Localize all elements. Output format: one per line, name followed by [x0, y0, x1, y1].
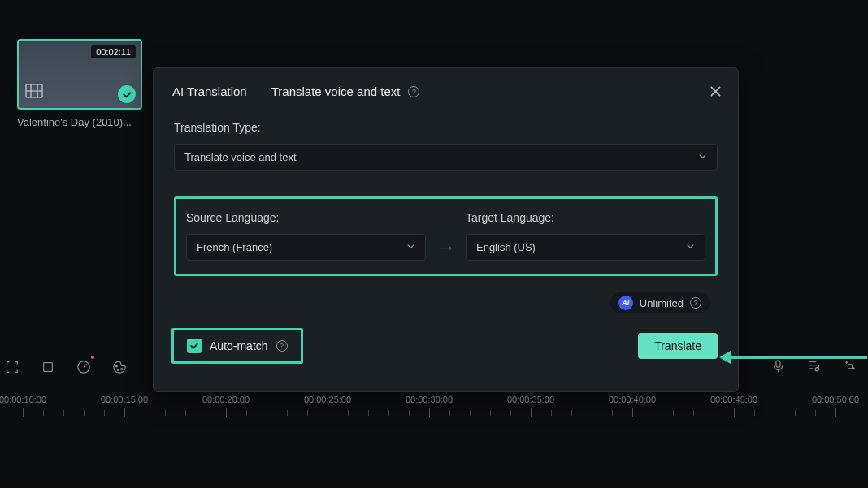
- automatch-label: Auto-match: [210, 339, 268, 352]
- svg-rect-9: [776, 361, 780, 368]
- svg-point-6: [116, 365, 118, 367]
- ruler-label: 00:00:15:00: [101, 395, 148, 404]
- ruler-label: 00:00:10:00: [0, 395, 46, 404]
- palette-icon[interactable]: [111, 359, 128, 375]
- mic-icon[interactable]: [771, 359, 785, 376]
- target-language-value: English (US): [476, 241, 536, 253]
- close-button[interactable]: [710, 85, 722, 97]
- source-language-label: Source Language:: [186, 211, 426, 224]
- ruler-label: 00:00:20:00: [202, 395, 250, 404]
- credits-text: Unlimited: [640, 297, 684, 309]
- source-language-value: French (France): [197, 241, 272, 253]
- svg-point-8: [121, 369, 123, 370]
- ai-translation-modal: AI Translation——Translate voice and text…: [153, 67, 739, 392]
- help-icon[interactable]: ?: [276, 340, 288, 352]
- automatch-checkbox[interactable]: [187, 339, 202, 353]
- ruler-label: 00:00:35:00: [507, 395, 554, 404]
- help-icon[interactable]: ?: [408, 86, 419, 97]
- chevron-down-icon: [406, 241, 415, 253]
- speed-icon[interactable]: [76, 359, 92, 375]
- automatch-highlight: Auto-match ?: [171, 328, 303, 364]
- square-icon[interactable]: [40, 359, 56, 375]
- crop-icon[interactable]: [4, 359, 20, 375]
- ruler-label: 00:00:40:00: [609, 395, 656, 404]
- timeline-toolbar-left: [0, 359, 128, 375]
- ruler-label: 00:00:45:00: [710, 395, 757, 404]
- ruler-label: 00:00:30:00: [406, 395, 453, 404]
- clip-title: Valentine's Day (2010)...: [17, 116, 155, 128]
- help-icon[interactable]: ?: [690, 297, 701, 309]
- target-language-label: Target Language:: [466, 211, 705, 224]
- effects-icon[interactable]: [842, 359, 858, 376]
- source-language-select[interactable]: French (France): [186, 234, 426, 261]
- timeline-ruler[interactable]: 00:00:10:0000:00:15:0000:00:20:0000:00:2…: [0, 395, 868, 427]
- svg-point-10: [815, 368, 818, 371]
- svg-rect-4: [44, 363, 53, 372]
- credits-chip: AI Unlimited ?: [610, 292, 710, 313]
- ai-badge-icon: AI: [618, 296, 633, 310]
- transfer-arrow-icon: ·····›: [441, 243, 451, 261]
- modal-title: AI Translation——Translate voice and text…: [172, 84, 419, 98]
- clip-thumbnail[interactable]: 00:02:11: [17, 39, 142, 110]
- chevron-down-icon: [686, 241, 695, 253]
- translation-type-label: Translation Type:: [174, 121, 718, 134]
- svg-rect-11: [848, 365, 852, 369]
- translation-type-select[interactable]: Translate voice and text: [174, 144, 718, 171]
- music-list-icon[interactable]: [806, 359, 821, 376]
- translate-button[interactable]: Translate: [638, 333, 718, 359]
- filmstrip-icon: [25, 84, 43, 101]
- check-icon: [118, 85, 136, 103]
- ruler-label: 00:00:50:00: [812, 395, 859, 404]
- svg-point-7: [117, 369, 119, 371]
- ruler-label: 00:00:25:00: [304, 395, 351, 404]
- translation-type-value: Translate voice and text: [184, 151, 297, 163]
- language-selection-highlight: Source Language: French (France) ·····› …: [174, 196, 718, 276]
- chevron-down-icon: [698, 151, 707, 163]
- target-language-select[interactable]: English (US): [466, 234, 705, 261]
- clip-duration: 00:02:11: [91, 45, 136, 58]
- timeline-toolbar-right: [771, 359, 858, 376]
